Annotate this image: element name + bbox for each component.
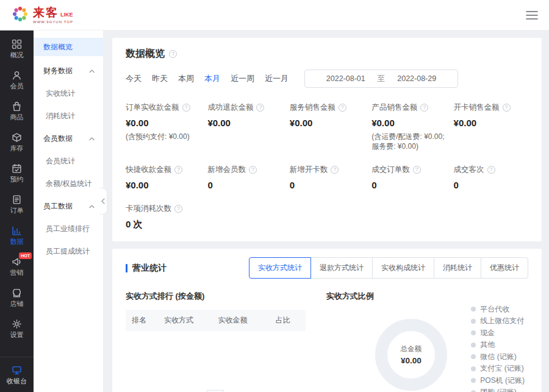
secondary-sidebar: 数据概览财务数据实收统计消耗统计会员数据会员统计余额/权益统计员工数据员工业绩排… — [34, 30, 104, 392]
date-separator: 至 — [378, 74, 386, 84]
legend-item[interactable]: 线上微信支付 — [471, 315, 525, 327]
collapse-sidebar-handle[interactable] — [99, 188, 107, 215]
tab-refund-method[interactable]: 退款方式统计 — [310, 257, 373, 279]
legend-label: 微信 (记账) — [480, 352, 516, 362]
help-icon[interactable]: ? — [174, 205, 182, 213]
tab-received-composition[interactable]: 实收构成统计 — [372, 257, 434, 279]
submenu-item-label: 会员统计 — [46, 157, 75, 165]
tab-consume[interactable]: 消耗统计 — [434, 257, 481, 279]
ratio-panel: 实收方式比例 总金额 ¥0.00 平台代收线上微信支付现金其他微信 (记账)支付… — [319, 291, 528, 392]
legend-label: 平台代收 — [480, 304, 509, 315]
date-tab-yesterday[interactable]: 昨天 — [152, 73, 168, 84]
submenu-item-finance-data[interactable]: 财务数据 — [34, 60, 103, 82]
stat-label: 卡项消耗次数? — [126, 204, 200, 214]
title-marker — [126, 264, 127, 273]
submenu-item-member-data[interactable]: 会员数据 — [34, 127, 103, 150]
help-icon[interactable]: ? — [249, 166, 257, 174]
date-tab-recent-week[interactable]: 近一周 — [231, 73, 254, 84]
help-icon[interactable]: ? — [420, 104, 428, 112]
legend-item[interactable]: 现金 — [471, 327, 525, 339]
legend-item[interactable]: POS机 (记账) — [471, 374, 525, 387]
stat-label: 新增开卡数? — [290, 165, 364, 175]
stat-item: 新增开卡数?0 — [290, 165, 364, 190]
submenu-item-label: 员工业绩排行 — [46, 224, 90, 233]
page-title: 数据概览 — [126, 48, 165, 60]
donut-center: 总金额 ¥0.00 — [387, 331, 435, 379]
help-icon[interactable]: ? — [174, 166, 182, 174]
section-title: 营业统计 — [132, 263, 167, 274]
submenu-item-data-overview[interactable]: 数据概览 — [34, 38, 103, 56]
date-tab-recent-month[interactable]: 近一月 — [265, 73, 289, 84]
brand-logo: 来客 LIKE WWW.9GYUN.TOP — [11, 5, 73, 25]
sidebar-item-shop[interactable]: 店铺 — [0, 282, 34, 313]
stat-label: 成功退款金额? — [207, 102, 282, 113]
tab-received-method[interactable]: 实收方式统计 — [249, 257, 311, 279]
stat-item: 开卡销售金额?¥0.00 — [454, 102, 528, 151]
stat-item: 卡项消耗次数?0 次 — [126, 204, 200, 230]
sidebar-item-members[interactable]: 会员 — [0, 64, 34, 95]
sidebar-item-label: 设置 — [10, 332, 24, 338]
sidebar-item-products[interactable]: 商品 — [0, 95, 34, 126]
stat-value: 0 — [290, 180, 364, 190]
sidebar-item-label: 会员 — [10, 83, 24, 90]
help-icon[interactable]: ? — [182, 104, 190, 112]
help-icon[interactable]: ? — [331, 166, 339, 174]
sidebar-item-orders[interactable]: 订单 — [0, 188, 34, 219]
date-tab-this-month[interactable]: 本月 — [204, 73, 220, 84]
empty-state: 暂无数据 — [126, 331, 306, 392]
legend-label: 团购 (记账) — [480, 387, 516, 392]
user-icon — [12, 70, 22, 80]
sidebar-item-cashier[interactable]: 收银台 — [0, 357, 34, 392]
submenu-item-staff-performance-rank[interactable]: 员工业绩排行 — [34, 218, 103, 240]
primary-sidebar: 概况会员商品库存预约订单数据HOT营销店铺设置 收银台 — [0, 30, 34, 392]
date-tab-today[interactable]: 今天 — [126, 73, 142, 84]
top-header: 来客 LIKE WWW.9GYUN.TOP — [0, 0, 549, 30]
order-icon — [12, 194, 22, 205]
legend-item[interactable]: 团购 (记账) — [471, 387, 525, 392]
sidebar-item-data[interactable]: 数据 — [0, 219, 34, 251]
submenu-item-label: 财务数据 — [43, 66, 73, 76]
legend-item[interactable]: 微信 (记账) — [471, 351, 525, 363]
legend-item[interactable]: 其他 — [471, 339, 525, 351]
brand-subname: LIKE — [60, 12, 73, 18]
sidebar-item-settings[interactable]: 设置 — [0, 313, 34, 344]
stat-value: ¥0.00 — [207, 118, 282, 128]
sidebar-item-booking[interactable]: 预约 — [0, 157, 34, 188]
legend-dot-icon — [471, 319, 476, 324]
help-icon[interactable]: ? — [413, 166, 421, 174]
submenu-item-member-stats[interactable]: 会员统计 — [34, 150, 103, 173]
sidebar-item-label: 收银台 — [7, 378, 27, 385]
legend-item[interactable]: 平台代收 — [471, 303, 525, 315]
sidebar-item-label: 商品 — [10, 114, 24, 121]
help-icon[interactable]: ? — [169, 50, 177, 58]
stat-label: 服务销售金额? — [290, 102, 364, 113]
stat-label: 成交订单数? — [371, 165, 446, 175]
date-range-input[interactable]: 2022-08-01 至 2022-08-29 — [304, 69, 458, 88]
legend-label: 支付宝 (记账) — [480, 363, 523, 374]
legend-item[interactable]: 支付宝 (记账) — [471, 363, 525, 375]
chevron-up-icon — [89, 205, 95, 208]
tab-discount[interactable]: 优惠统计 — [481, 257, 528, 279]
help-icon[interactable]: ? — [503, 104, 511, 112]
submenu-item-label: 数据概览 — [43, 42, 73, 52]
submenu-item-received-stats[interactable]: 实收统计 — [34, 82, 103, 105]
submenu-item-staff-data[interactable]: 员工数据 — [34, 195, 103, 218]
hamburger-menu-icon[interactable] — [526, 10, 538, 20]
help-icon[interactable]: ? — [339, 104, 346, 112]
sidebar-item-label: 店铺 — [10, 301, 24, 307]
stat-item: 产品销售金额?¥0.00(含运费/配送费: ¥0.00; 服务费: ¥0.00) — [371, 102, 446, 151]
submenu-item-consume-stats[interactable]: 消耗统计 — [34, 105, 103, 127]
help-icon[interactable]: ? — [256, 104, 264, 112]
ranking-panel: 实收方式排行 (按金额) 排名实收方式实收金额占比 暂无 — [126, 291, 319, 392]
submenu-item-balance-rights-stats[interactable]: 余额/权益统计 — [34, 173, 103, 195]
help-icon[interactable]: ? — [487, 166, 495, 174]
ranking-table: 排名实收方式实收金额占比 暂无数据 — [126, 310, 306, 392]
date-tab-this-week[interactable]: 本周 — [178, 73, 194, 84]
stat-item: 成功退款金额?¥0.00 — [207, 102, 282, 151]
sidebar-item-marketing[interactable]: HOT营销 — [0, 251, 34, 282]
sidebar-item-overview[interactable]: 概况 — [0, 33, 34, 64]
brand-name: 来客 — [33, 7, 59, 18]
submenu-item-staff-commission-stats[interactable]: 员工提成统计 — [34, 240, 103, 263]
sidebar-item-inventory[interactable]: 库存 — [0, 126, 34, 157]
stat-value: ¥0.00 — [290, 118, 364, 128]
